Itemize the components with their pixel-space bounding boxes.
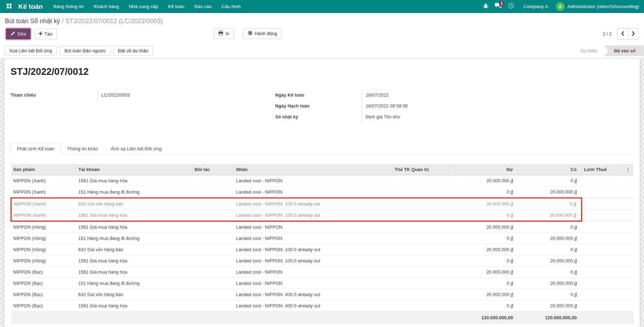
field-journal-value-link[interactable]: Định giá Tồn kho bbox=[362, 112, 633, 123]
cell-label[interactable]: Landed cost - NIPPON bbox=[234, 175, 392, 187]
cell-debit[interactable]: 20.000.000 đ bbox=[456, 175, 518, 187]
cell-tax-grid[interactable] bbox=[582, 278, 622, 289]
cell-tax-grid[interactable] bbox=[582, 300, 622, 312]
menu-customers[interactable]: Khách hàng bbox=[89, 0, 124, 13]
cell-debit[interactable]: 20.000.000 đ bbox=[456, 289, 518, 300]
cell-account[interactable]: 1561 Giá mua hàng hóa bbox=[76, 255, 193, 267]
cell-account[interactable]: 632 Giá vốn hàng bán bbox=[76, 244, 193, 255]
table-row[interactable]: NIPPON (Xanh) 151 Hàng mua đang đi đường… bbox=[11, 187, 634, 198]
cell-account[interactable]: 1561 Giá mua hàng hóa bbox=[76, 210, 193, 221]
activities-button[interactable] bbox=[505, 0, 517, 13]
app-name[interactable]: Kế toán bbox=[15, 3, 48, 11]
cell-partner[interactable] bbox=[193, 198, 234, 210]
cell-debit[interactable]: 20.000.000 đ bbox=[456, 244, 518, 255]
tab-other-info[interactable]: Thông tin khác bbox=[61, 143, 105, 155]
column-debit[interactable]: Nợ bbox=[456, 164, 518, 175]
table-row[interactable]: NIPPON (Bạc) 151 Hàng mua đang đi đường … bbox=[11, 278, 634, 289]
cell-product[interactable]: NIPPON (Xanh) bbox=[11, 198, 76, 210]
cell-product[interactable]: NIPPON (Bạc) bbox=[11, 267, 76, 278]
cell-account[interactable]: 632 Giá vốn hàng bán bbox=[76, 198, 193, 210]
cell-credit[interactable]: 0 đ bbox=[518, 175, 581, 187]
cell-account[interactable]: 1561 Giá mua hàng hóa bbox=[76, 267, 193, 278]
table-row[interactable]: NIPPON (Hồng) 151 Hàng mua đang đi đường… bbox=[11, 233, 634, 244]
cell-product[interactable]: NIPPON (Xanh) bbox=[11, 187, 76, 198]
cell-analytic-tags[interactable] bbox=[392, 278, 456, 289]
cell-debit[interactable]: 20.000.000 đ bbox=[456, 221, 518, 233]
column-credit[interactable]: Có bbox=[518, 164, 581, 175]
cell-partner[interactable] bbox=[193, 300, 234, 312]
cell-partner[interactable] bbox=[193, 175, 234, 187]
cell-debit[interactable]: 20.000.000 đ bbox=[456, 267, 518, 278]
cell-account[interactable]: 151 Hàng mua đang đi đường bbox=[76, 233, 193, 244]
status-step-draft[interactable]: Dự thảo bbox=[574, 45, 604, 56]
cell-tax-grid[interactable] bbox=[582, 210, 622, 221]
cell-partner[interactable] bbox=[193, 255, 234, 267]
cell-label[interactable]: Landed cost - NIPPON: 100.0 already out bbox=[234, 244, 392, 255]
apps-menu-button[interactable] bbox=[3, 0, 15, 13]
cell-debit[interactable]: 0 đ bbox=[456, 210, 518, 221]
cell-account[interactable]: 1561 Giá mua hàng hóa bbox=[76, 300, 193, 312]
cell-product[interactable]: NIPPON (Hồng) bbox=[11, 255, 76, 267]
tab-reconciliation-mapping[interactable]: Ánh xạ Liên kết Đối ứng bbox=[104, 143, 168, 155]
cell-analytic-tags[interactable] bbox=[392, 221, 456, 233]
cell-partner[interactable] bbox=[193, 244, 234, 255]
edit-button[interactable]: Sửa bbox=[6, 28, 31, 39]
messages-button[interactable]: 3 bbox=[492, 0, 505, 13]
cell-tax-grid[interactable] bbox=[582, 221, 622, 233]
column-options-icon[interactable]: ⋮ bbox=[622, 164, 633, 175]
status-step-posted[interactable]: Đã vào sổ bbox=[604, 45, 644, 56]
table-row[interactable]: NIPPON (Xanh) 1561 Giá mua hàng hóa Land… bbox=[11, 210, 634, 221]
cell-tax-grid[interactable] bbox=[582, 244, 622, 255]
cell-tax-grid[interactable] bbox=[582, 187, 622, 198]
user-menu[interactable]: A Administrator (odoo15Accounting) bbox=[554, 2, 640, 11]
cell-label[interactable]: Landed cost - NIPPON: 400.0 already out bbox=[234, 289, 392, 300]
cell-credit[interactable]: 20.000.000 đ bbox=[518, 187, 581, 198]
cell-label[interactable]: Landed cost - NIPPON bbox=[234, 187, 392, 198]
cell-account[interactable]: 151 Hàng mua đang đi đường bbox=[76, 187, 193, 198]
pager-next-button[interactable] bbox=[628, 28, 638, 40]
cell-product[interactable]: NIPPON (Bạc) bbox=[11, 278, 76, 289]
company-switcher[interactable]: Company A bbox=[517, 4, 554, 9]
cell-analytic-tags[interactable] bbox=[392, 244, 456, 255]
table-row[interactable]: NIPPON (Hồng) 1561 Giá mua hàng hóa Land… bbox=[11, 221, 634, 233]
action-button[interactable]: Hành động bbox=[243, 28, 282, 39]
cell-partner[interactable] bbox=[193, 289, 234, 300]
cell-analytic-tags[interactable] bbox=[392, 210, 456, 221]
cell-label[interactable]: Landed cost - NIPPON bbox=[234, 278, 392, 289]
cell-partner[interactable] bbox=[193, 210, 234, 221]
table-row[interactable]: NIPPON (Hồng) 632 Giá vốn hàng bán Lande… bbox=[11, 244, 634, 255]
cell-label[interactable]: Landed cost - NIPPON: 100.0 already out bbox=[234, 198, 392, 210]
cell-label[interactable]: Landed cost - NIPPON: 100.0 already out bbox=[234, 255, 392, 267]
reverse-entry-button[interactable]: Bút toán Đảo ngược bbox=[60, 46, 110, 56]
table-row[interactable]: NIPPON (Xanh) 632 Giá vốn hàng bán Lande… bbox=[11, 198, 634, 210]
cell-label[interactable]: Landed cost - NIPPON bbox=[234, 267, 392, 278]
table-row[interactable]: NIPPON (Xanh) 1561 Giá mua hàng hóa Land… bbox=[11, 175, 634, 187]
cell-analytic-tags[interactable] bbox=[392, 187, 456, 198]
debug-button[interactable] bbox=[479, 0, 492, 13]
cell-product[interactable]: NIPPON (Hồng) bbox=[11, 221, 76, 233]
menu-reports[interactable]: Báo cáo bbox=[189, 0, 217, 13]
cell-credit[interactable]: 20.000.000 đ bbox=[518, 210, 581, 221]
menu-vendors[interactable]: Nhà cung cấp bbox=[124, 0, 163, 13]
cell-tax-grid[interactable] bbox=[582, 255, 622, 267]
cell-debit[interactable]: 20.000.000 đ bbox=[456, 198, 518, 210]
cell-analytic-tags[interactable] bbox=[392, 300, 456, 312]
cell-tax-grid[interactable] bbox=[582, 267, 622, 278]
cell-account[interactable]: 632 Giá vốn hàng bán bbox=[76, 289, 193, 300]
column-label[interactable]: Nhãn bbox=[234, 164, 392, 175]
table-row[interactable]: NIPPON (Bạc) 1561 Giá mua hàng hóa Lande… bbox=[11, 267, 634, 278]
cell-product[interactable]: NIPPON (Bạc) bbox=[11, 300, 76, 312]
table-row[interactable]: NIPPON (Bạc) 632 Giá vốn hàng bán Landed… bbox=[11, 289, 634, 300]
cell-product[interactable]: NIPPON (Hồng) bbox=[11, 233, 76, 244]
cell-label[interactable]: Landed cost - NIPPON bbox=[234, 221, 392, 233]
cell-debit[interactable]: 0 đ bbox=[456, 187, 518, 198]
menu-accounting[interactable]: Kế toán bbox=[163, 0, 189, 13]
cell-tax-grid[interactable] bbox=[582, 198, 622, 210]
cell-product[interactable]: NIPPON (Hồng) bbox=[11, 244, 76, 255]
cell-credit[interactable]: 20.000.000 đ bbox=[518, 255, 581, 267]
table-row[interactable]: NIPPON (Bạc) 1561 Giá mua hàng hóa Lande… bbox=[11, 300, 634, 312]
cell-label[interactable]: Landed cost - NIPPON: 400.0 already out bbox=[234, 300, 392, 312]
menu-dashboard[interactable]: Bảng thông tin bbox=[48, 0, 89, 13]
tab-journal-items[interactable]: Phát sinh Kế toán bbox=[11, 143, 61, 155]
cell-tax-grid[interactable] bbox=[582, 233, 622, 244]
